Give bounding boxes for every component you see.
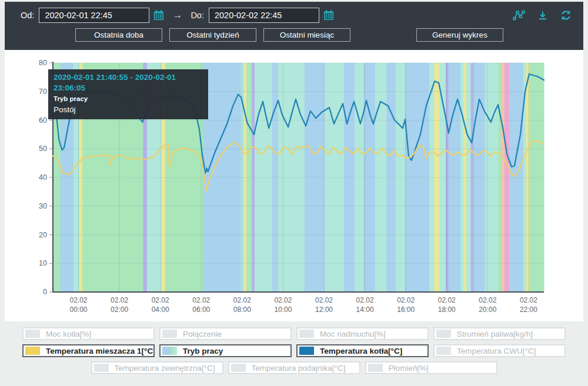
legend-label: Temperatura CWU[°C] xyxy=(457,347,536,355)
y-tick-label: 10 xyxy=(39,259,47,267)
legend: Moc kotła[%]PołączenieMoc nadmuchu[%]Str… xyxy=(5,327,583,374)
date-range-row: Od: → Do: xyxy=(5,2,583,23)
toolbar: Od: → Do: xyxy=(5,2,583,50)
x-tick-date: 02.02 xyxy=(69,296,87,304)
legend-button[interactable]: Moc nadmuchu[%] xyxy=(296,327,429,340)
legend-button[interactable]: Temperatura mieszacza 1[°C] xyxy=(22,344,155,357)
refresh-icon[interactable] xyxy=(560,10,572,21)
x-tick-time: 06:00 xyxy=(192,306,210,314)
page: Od: → Do: xyxy=(5,2,583,374)
download-icon[interactable] xyxy=(537,10,548,21)
x-tick-date: 02.02 xyxy=(233,296,251,304)
legend-swatch xyxy=(94,364,109,372)
x-tick-date: 02.02 xyxy=(397,296,415,304)
tooltip-series-name: Tryb pracy xyxy=(54,95,203,104)
legend-swatch xyxy=(162,330,177,338)
quick-range-row: Ostatnia doba Ostatni tydzień Ostatni mi… xyxy=(5,28,583,42)
legend-label: Strumień paliwa[kg/h] xyxy=(457,330,533,338)
y-tick-label: 60 xyxy=(39,116,47,125)
x-tick-date: 02.02 xyxy=(192,296,210,304)
x-tick-time: 12:00 xyxy=(315,306,333,314)
generate-chart-button[interactable]: Generuj wykres xyxy=(416,28,503,42)
last-day-button[interactable]: Ostatnia doba xyxy=(75,28,162,42)
x-tick-date: 02.02 xyxy=(438,296,456,304)
legend-button[interactable]: Płomień[%] xyxy=(365,361,497,374)
legend-button[interactable]: Temperatura podajnika[°C] xyxy=(228,361,360,374)
legend-label: Moc kotła[%] xyxy=(46,330,91,338)
to-calendar-icon[interactable] xyxy=(323,10,334,21)
x-tick-time: 04:00 xyxy=(152,306,169,314)
y-tick-label: 40 xyxy=(39,173,47,182)
legend-swatch xyxy=(299,330,314,338)
x-tick-date: 02.02 xyxy=(356,296,374,304)
x-tick-time: 20:00 xyxy=(479,306,496,314)
from-calendar-icon[interactable] xyxy=(153,10,164,21)
y-tick-label: 50 xyxy=(39,145,47,153)
y-tick-label: 70 xyxy=(39,88,47,96)
x-tick-date: 02.02 xyxy=(111,296,128,304)
legend-swatch xyxy=(436,330,451,338)
to-label: Do: xyxy=(191,11,204,20)
tooltip-time-range: 2020-02-01 21:40:55 - 2020-02-01 23:06:0… xyxy=(54,72,203,93)
x-tick-time: 08:00 xyxy=(233,306,251,314)
x-tick-time: 18:00 xyxy=(438,306,456,314)
legend-label: Tryb pracy xyxy=(183,347,223,355)
legend-label: Temperatura mieszacza 1[°C] xyxy=(46,347,155,355)
x-tick-date: 02.02 xyxy=(152,296,169,304)
legend-swatch xyxy=(368,364,383,372)
legend-swatch xyxy=(231,364,246,372)
x-tick-time: 22:00 xyxy=(520,306,537,314)
legend-label: Moc nadmuchu[%] xyxy=(320,330,386,338)
toolbar-icons xyxy=(512,10,572,21)
y-tick-label: 20 xyxy=(39,231,47,239)
tooltip-value: Postój xyxy=(54,105,203,115)
x-tick-date: 02.02 xyxy=(315,296,333,304)
legend-label: Temperatura podajnika[°C] xyxy=(252,364,346,372)
legend-row: Temperatura zewnętrzna[°C]Temperatura po… xyxy=(5,361,583,374)
to-date-input[interactable] xyxy=(209,8,319,23)
last-week-button[interactable]: Ostatni tydzień xyxy=(169,28,256,42)
legend-label: Temperatura zewnętrzna[°C] xyxy=(115,364,215,372)
legend-button[interactable]: Moc kotła[%] xyxy=(22,327,155,340)
x-tick-time: 14:00 xyxy=(356,306,374,314)
legend-label: Temperatura kotła[°C] xyxy=(320,347,402,355)
legend-button[interactable]: Połączenie xyxy=(159,327,292,340)
legend-label: Płomień[%] xyxy=(389,364,429,372)
legend-swatch xyxy=(25,347,40,355)
legend-label: Połączenie xyxy=(183,330,222,338)
legend-swatch xyxy=(25,330,40,338)
x-tick-date: 02.02 xyxy=(274,296,292,304)
y-tick-label: 80 xyxy=(39,59,47,67)
y-tick-label: 0 xyxy=(43,288,47,296)
legend-button[interactable]: Temperatura kotła[°C] xyxy=(296,344,429,357)
legend-swatch xyxy=(299,347,314,355)
x-tick-date: 02.02 xyxy=(520,296,537,304)
y-tick-label: 30 xyxy=(39,202,47,210)
legend-button[interactable]: Tryb pracy xyxy=(159,344,292,357)
chart-area[interactable]: 0102030405060708002.0200:0002.0202:0002.… xyxy=(5,50,583,321)
from-date-input[interactable] xyxy=(39,8,149,23)
legend-button[interactable]: Temperatura zewnętrzna[°C] xyxy=(91,361,223,374)
legend-swatch xyxy=(162,347,177,355)
nodes-icon[interactable] xyxy=(512,10,525,21)
legend-row: Temperatura mieszacza 1[°C]Tryb pracyTem… xyxy=(5,344,583,357)
last-month-button[interactable]: Ostatni miesiąc xyxy=(263,28,350,42)
legend-button[interactable]: Temperatura CWU[°C] xyxy=(433,344,566,357)
x-tick-time: 16:00 xyxy=(397,306,415,314)
x-tick-time: 10:00 xyxy=(274,306,292,314)
x-tick-date: 02.02 xyxy=(479,296,496,304)
range-arrow: → xyxy=(172,9,182,21)
legend-swatch xyxy=(436,347,451,355)
legend-row: Moc kotła[%]PołączenieMoc nadmuchu[%]Str… xyxy=(5,327,583,340)
chart-tooltip: 2020-02-01 21:40:55 - 2020-02-01 23:06:0… xyxy=(48,69,208,119)
x-tick-time: 02:00 xyxy=(111,306,128,314)
legend-button[interactable]: Strumień paliwa[kg/h] xyxy=(433,327,566,340)
from-label: Od: xyxy=(21,11,34,20)
x-tick-time: 00:00 xyxy=(69,306,87,314)
